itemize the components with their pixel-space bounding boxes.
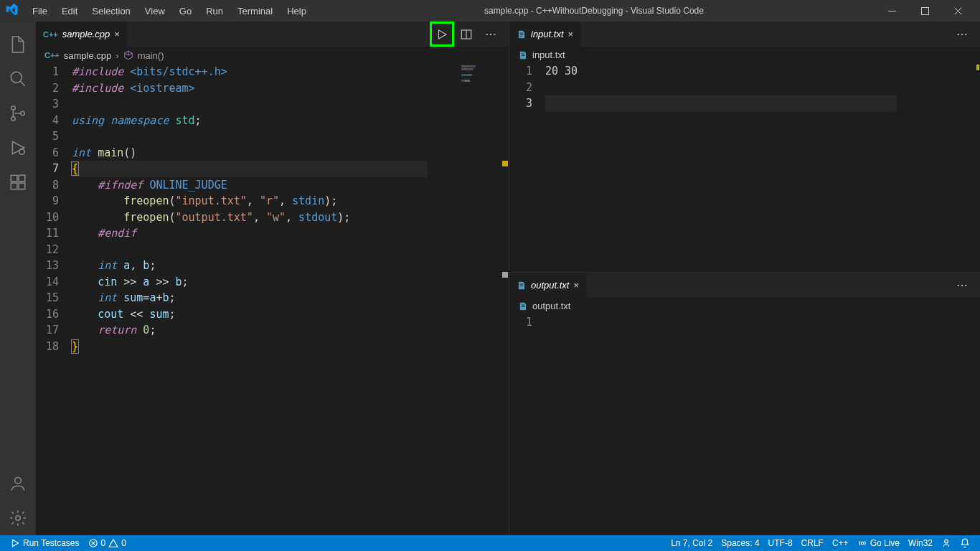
breadcrumb-input[interactable]: input.txt	[509, 47, 980, 63]
input-editor[interactable]: 123 20 30	[509, 63, 980, 272]
svg-rect-7	[11, 175, 17, 182]
svg-rect-10	[19, 175, 25, 182]
svg-rect-26	[520, 286, 524, 286]
platform[interactable]: Win32	[904, 535, 937, 551]
code-editor[interactable]: 123456789101112131415161718 #include <bi…	[36, 64, 509, 535]
breadcrumb-output[interactable]: output.txt	[509, 298, 980, 314]
tab-close-icon[interactable]: ×	[568, 29, 574, 39]
svg-rect-0	[888, 11, 896, 11]
line-gutter: 1	[509, 314, 545, 535]
tab-close-icon[interactable]: ×	[573, 280, 579, 291]
svg-rect-25	[520, 283, 524, 284]
menu-selection[interactable]: Selection	[85, 3, 136, 19]
more-actions-button[interactable]	[950, 22, 974, 47]
svg-point-12	[16, 516, 21, 521]
tab-label: sample.cpp	[62, 29, 110, 39]
breadcrumb-symbol: main()	[138, 50, 164, 61]
svg-point-20	[958, 33, 959, 34]
svg-rect-30	[522, 304, 525, 305]
notifications-icon[interactable]	[956, 535, 974, 551]
eol[interactable]: CRLF	[797, 535, 828, 551]
svg-point-33	[861, 542, 864, 545]
run-code-button[interactable]	[430, 22, 454, 47]
cpp-file-icon: C++	[43, 30, 58, 39]
split-editor-button[interactable]	[454, 22, 479, 47]
minimize-button[interactable]	[875, 0, 908, 22]
settings-gear-icon[interactable]	[0, 501, 36, 535]
svg-point-3	[11, 106, 15, 110]
menu-help[interactable]: Help	[281, 3, 313, 19]
search-icon[interactable]	[0, 62, 36, 96]
more-actions-button[interactable]	[950, 273, 974, 298]
svg-rect-19	[520, 36, 522, 37]
menu-bar: File Edit Selection View Go Run Terminal…	[26, 3, 313, 19]
svg-point-5	[21, 111, 24, 115]
svg-point-27	[958, 284, 959, 286]
svg-rect-31	[522, 306, 525, 307]
tab-close-icon[interactable]: ×	[114, 29, 120, 39]
window-controls	[875, 0, 974, 22]
extensions-icon[interactable]	[0, 165, 36, 199]
breadcrumb-file: output.txt	[532, 301, 570, 311]
menu-terminal[interactable]: Terminal	[231, 3, 279, 19]
text-file-icon	[517, 29, 527, 39]
svg-point-29	[965, 284, 966, 286]
chevron-right-icon: ›	[116, 50, 118, 61]
breadcrumb-file: input.txt	[532, 50, 565, 60]
run-testcases-button[interactable]: Run Testcases	[6, 535, 84, 551]
account-icon[interactable]	[0, 466, 36, 501]
svg-rect-23	[522, 53, 525, 54]
svg-point-34	[945, 540, 948, 543]
cursor-position[interactable]: Ln 7, Col 2	[666, 535, 717, 551]
overview-ruler[interactable]	[970, 63, 980, 272]
output-editor[interactable]: 1	[509, 314, 980, 535]
cube-icon	[123, 50, 133, 60]
close-button[interactable]	[941, 0, 974, 22]
indentation[interactable]: Spaces: 4	[717, 535, 763, 551]
run-debug-icon[interactable]	[0, 131, 36, 165]
language-mode[interactable]: C++	[828, 535, 853, 551]
line-gutter: 123	[509, 63, 545, 272]
svg-rect-18	[520, 34, 524, 35]
text-file-icon	[517, 281, 527, 291]
problems-button[interactable]: 0 0	[84, 535, 131, 551]
source-control-icon[interactable]	[0, 96, 36, 131]
svg-point-15	[490, 33, 491, 34]
encoding[interactable]: UTF-8	[764, 535, 797, 551]
tab-output-txt[interactable]: output.txt ×	[509, 273, 587, 298]
breadcrumb[interactable]: C++ sample.cpp › main()	[36, 47, 509, 64]
feedback-icon[interactable]	[937, 535, 956, 551]
cpp-file-icon: C++	[44, 51, 60, 60]
files-icon[interactable]	[0, 27, 36, 62]
svg-point-28	[961, 284, 963, 286]
tabs-row-left: C++ sample.cpp ×	[36, 22, 509, 47]
svg-point-14	[486, 33, 488, 34]
svg-point-21	[961, 33, 963, 34]
menu-view[interactable]: View	[138, 3, 171, 19]
overview-mark-warning	[976, 65, 979, 70]
menu-edit[interactable]: Edit	[55, 3, 84, 19]
editor-group-right: input.txt × input.txt 123 20	[509, 22, 980, 535]
window-title: sample.cpp - C++WithoutDebugging - Visua…	[313, 6, 875, 16]
menu-go[interactable]: Go	[173, 3, 198, 19]
go-live-button[interactable]: Go Live	[853, 535, 904, 551]
menu-file[interactable]: File	[26, 3, 54, 19]
maximize-button[interactable]	[908, 0, 941, 22]
tab-label: output.txt	[531, 280, 569, 291]
svg-rect-9	[19, 183, 25, 189]
tabs-row-output: output.txt ×	[509, 273, 980, 298]
code-body[interactable]: #include <bits/stdc++.h> #include <iostr…	[72, 64, 509, 535]
svg-point-11	[15, 477, 22, 484]
menu-run[interactable]: Run	[199, 3, 230, 19]
more-actions-button[interactable]	[479, 22, 503, 47]
breadcrumb-file: sample.cpp	[64, 50, 111, 61]
text-file-icon	[518, 50, 528, 60]
overview-ruler[interactable]	[499, 64, 509, 535]
svg-point-6	[19, 149, 25, 155]
svg-rect-17	[520, 32, 524, 33]
editor-group-left: C++ sample.cpp × C++ sample.cpp › main()	[36, 22, 509, 535]
tab-input-txt[interactable]: input.txt ×	[509, 22, 581, 47]
tab-label: input.txt	[531, 29, 564, 39]
activity-bar	[0, 22, 36, 535]
tab-sample-cpp[interactable]: C++ sample.cpp ×	[36, 22, 128, 47]
